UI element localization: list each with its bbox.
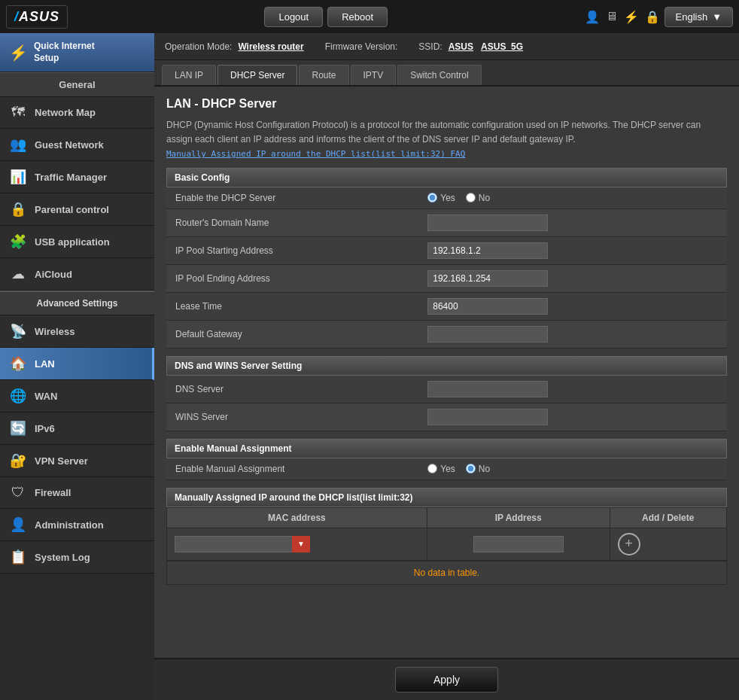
ip-pool-start-input[interactable] bbox=[427, 242, 548, 259]
usb-icon[interactable]: ⚡ bbox=[624, 10, 639, 24]
wins-server-input[interactable] bbox=[427, 409, 548, 425]
ipv6-icon: 🔄 bbox=[9, 420, 27, 437]
asus-logo: /ASUS bbox=[6, 5, 68, 29]
topbar: /ASUS Logout Reboot 👤 🖥 ⚡ 🔒 English ▼ bbox=[0, 0, 739, 33]
ssid-label: SSID: bbox=[418, 41, 442, 52]
reboot-button[interactable]: Reboot bbox=[327, 7, 388, 27]
tab-dhcp-server[interactable]: DHCP Server bbox=[217, 65, 297, 85]
sidebar-item-parental-control[interactable]: 🔒 Parental control bbox=[0, 193, 154, 226]
page-content: LAN - DHCP Server DHCP (Dynamic Host Con… bbox=[154, 87, 739, 658]
sidebar-item-label: IPv6 bbox=[35, 423, 55, 434]
sidebar-item-label: System Log bbox=[35, 552, 90, 563]
col-add-delete: Add / Delete bbox=[610, 507, 727, 528]
field-label: Router's Domain Name bbox=[166, 208, 418, 236]
col-ip-address: IP Address bbox=[427, 507, 610, 528]
main-layout: ⚡ Quick Internet Setup General 🗺 Network… bbox=[0, 33, 739, 700]
ip-address-input[interactable] bbox=[473, 536, 564, 552]
vpn-server-icon: 🔐 bbox=[9, 452, 27, 469]
enable-manual-yes[interactable]: Yes bbox=[427, 464, 455, 474]
table-row: Lease Time bbox=[166, 292, 727, 320]
sidebar-item-label: LAN bbox=[35, 358, 55, 370]
add-entry-button[interactable]: + bbox=[618, 533, 640, 555]
enable-dhcp-yes[interactable]: Yes bbox=[427, 193, 455, 203]
sidebar-item-wan[interactable]: 🌐 WAN bbox=[0, 380, 154, 412]
page-description: DHCP (Dynamic Host Configuration Protoco… bbox=[166, 118, 727, 162]
sidebar-item-system-log[interactable]: 📋 System Log bbox=[0, 541, 154, 574]
field-label: Enable the DHCP Server bbox=[166, 187, 418, 209]
sidebar-item-label: Administration bbox=[35, 519, 104, 531]
chevron-down-icon: ▼ bbox=[712, 11, 722, 23]
field-label: Enable Manual Assignment bbox=[166, 458, 418, 480]
sidebar-item-label: VPN Server bbox=[35, 455, 88, 467]
network-map-icon: 🗺 bbox=[9, 105, 27, 120]
aicloud-icon: ☁ bbox=[9, 266, 27, 282]
quick-setup-line2: Setup bbox=[34, 53, 95, 65]
firmware-label: Firmware Version: bbox=[325, 41, 398, 52]
manual-assignment-table: Enable Manual Assignment Yes No bbox=[166, 458, 727, 480]
tab-iptv[interactable]: IPTV bbox=[351, 65, 397, 85]
tab-switch-control[interactable]: Switch Control bbox=[397, 65, 481, 85]
mac-address-select[interactable] bbox=[175, 536, 310, 552]
sidebar-item-label: Network Map bbox=[35, 107, 96, 118]
guest-network-icon: 👥 bbox=[9, 136, 27, 153]
sidebar-item-label: AiCloud bbox=[35, 269, 72, 280]
operation-mode-value: Wireless router bbox=[238, 41, 303, 52]
apply-button[interactable]: Apply bbox=[395, 667, 498, 692]
lease-time-input[interactable] bbox=[427, 298, 548, 315]
default-gateway-input[interactable] bbox=[427, 326, 548, 342]
tab-lan-ip[interactable]: LAN IP bbox=[162, 65, 216, 85]
sidebar-general-header: General bbox=[0, 72, 154, 97]
sidebar-item-quick-setup[interactable]: ⚡ Quick Internet Setup bbox=[0, 33, 154, 72]
sidebar-item-guest-network[interactable]: 👥 Guest Network bbox=[0, 129, 154, 161]
sidebar-item-firewall[interactable]: 🛡 Firewall bbox=[0, 477, 154, 509]
sidebar-item-traffic-manager[interactable]: 📊 Traffic Manager bbox=[0, 161, 154, 193]
sidebar-item-label: Guest Network bbox=[35, 139, 104, 151]
sidebar-item-lan[interactable]: 🏠 LAN bbox=[0, 348, 154, 380]
sidebar-item-label: WAN bbox=[35, 391, 57, 402]
logout-button[interactable]: Logout bbox=[264, 7, 323, 27]
table-row: Enable Manual Assignment Yes No bbox=[166, 458, 727, 480]
sidebar-item-usb-application[interactable]: 🧩 USB application bbox=[0, 226, 154, 258]
field-label: DNS Server bbox=[166, 376, 418, 403]
domain-name-input[interactable] bbox=[427, 215, 548, 231]
sidebar-item-label: Traffic Manager bbox=[35, 172, 107, 183]
table-row: DNS Server bbox=[166, 376, 727, 403]
tab-route[interactable]: Route bbox=[299, 65, 348, 85]
network-icon[interactable]: 🖥 bbox=[606, 10, 618, 23]
sidebar-item-aicloud[interactable]: ☁ AiCloud bbox=[0, 258, 154, 291]
sidebar-item-wireless[interactable]: 📡 Wireless bbox=[0, 315, 154, 348]
operation-mode-label: Operation Mode: bbox=[165, 41, 232, 52]
sidebar-advanced-header: Advanced Settings bbox=[0, 291, 154, 315]
dns-server-input[interactable] bbox=[427, 381, 548, 397]
sidebar-item-network-map[interactable]: 🗺 Network Map bbox=[0, 97, 154, 129]
sidebar-item-vpn-server[interactable]: 🔐 VPN Server bbox=[0, 445, 154, 477]
table-row: Default Gateway bbox=[166, 320, 727, 348]
faq-link[interactable]: Manually Assigned IP around the DHCP lis… bbox=[166, 149, 465, 159]
top-icons: 👤 🖥 ⚡ 🔒 bbox=[585, 10, 660, 24]
enable-manual-no[interactable]: No bbox=[466, 464, 490, 474]
manually-assigned-header: Manually Assigned IP around the DHCP lis… bbox=[166, 488, 727, 507]
lan-icon: 🏠 bbox=[9, 355, 27, 372]
sidebar-item-ipv6[interactable]: 🔄 IPv6 bbox=[0, 412, 154, 445]
enable-dhcp-no[interactable]: No bbox=[466, 193, 490, 203]
traffic-manager-icon: 📊 bbox=[9, 169, 27, 185]
table-row: IP Pool Starting Address bbox=[166, 236, 727, 264]
manual-assignment-header: Enable Manual Assignment bbox=[166, 439, 727, 458]
language-button[interactable]: English ▼ bbox=[664, 7, 734, 27]
field-label: IP Pool Ending Address bbox=[166, 264, 418, 292]
mac-select-wrap: ▼ bbox=[175, 536, 310, 552]
page-desc-text: DHCP (Dynamic Host Configuration Protoco… bbox=[166, 120, 701, 145]
ssid-value1: ASUS bbox=[449, 41, 473, 52]
administration-icon: 👤 bbox=[9, 516, 27, 533]
sidebar-item-administration[interactable]: 👤 Administration bbox=[0, 509, 154, 541]
ip-pool-end-input[interactable] bbox=[427, 270, 548, 287]
ssid-value2: ASUS_5G bbox=[481, 41, 523, 52]
person-icon[interactable]: 👤 bbox=[585, 10, 600, 24]
wireless-icon: 📡 bbox=[9, 323, 27, 339]
field-label: WINS Server bbox=[166, 403, 418, 431]
tab-bar: LAN IP DHCP Server Route IPTV Switch Con… bbox=[154, 60, 739, 87]
basic-config-header: Basic Config bbox=[166, 168, 727, 187]
page-title: LAN - DHCP Server bbox=[166, 97, 727, 111]
lock-icon[interactable]: 🔒 bbox=[645, 10, 660, 24]
basic-config-table: Enable the DHCP Server Yes No Router's D… bbox=[166, 187, 727, 348]
